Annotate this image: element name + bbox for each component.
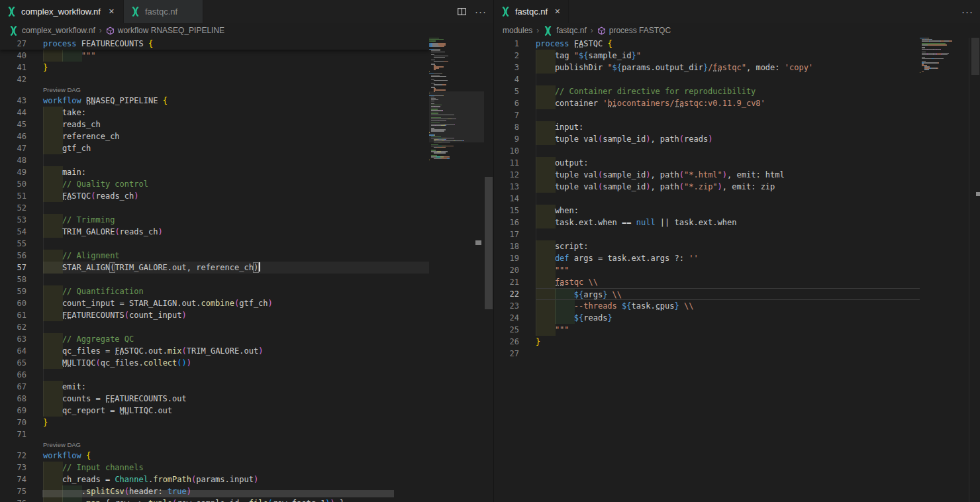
vertical-scrollbar[interactable] <box>969 38 980 502</box>
code-line-content[interactable] <box>43 369 429 381</box>
code-line[interactable]: 20""" <box>494 264 920 276</box>
code-line-content[interactable]: workflow RNASEQ_PIPELINE { <box>43 95 429 107</box>
code-line-content[interactable]: tuple val(sample_id), path(reads) <box>536 133 920 145</box>
code-line[interactable]: 4 <box>494 74 920 85</box>
code-line-content[interactable]: ${args} \\ <box>536 288 920 300</box>
code-line-content[interactable] <box>536 109 920 121</box>
code-line-content[interactable]: output: <box>536 157 920 169</box>
code-line[interactable]: 46reference_ch <box>0 130 429 142</box>
minimap-slider[interactable] <box>429 91 484 142</box>
code-line-content[interactable]: def args = task.ext.args ?: '' <box>536 252 920 264</box>
code-line[interactable]: 25""" <box>494 324 920 336</box>
code-line-content[interactable]: """ <box>536 264 920 276</box>
code-line-content[interactable]: // Input channels <box>43 462 429 474</box>
code-line[interactable]: 54TRIM_GALORE(reads_ch) <box>0 226 429 238</box>
code-line-content[interactable]: // Quality control <box>43 178 429 190</box>
code-line[interactable]: 27process FEATURECOUNTS { <box>0 38 429 50</box>
code-line-content[interactable]: MULTIQC(qc_files.collect()) <box>43 357 429 369</box>
code-line-content[interactable] <box>536 74 920 85</box>
code-line[interactable]: 47gtf_ch <box>0 142 429 154</box>
code-line[interactable]: 51FASTQC(reads_ch) <box>0 190 429 202</box>
code-line-content[interactable]: when: <box>536 205 920 217</box>
code-line-content[interactable]: tuple val(sample_id), path("*.html"), em… <box>536 169 920 181</box>
scrollbar-slider[interactable] <box>971 38 979 75</box>
code-line[interactable]: 10 <box>494 145 920 157</box>
code-line[interactable]: 6container 'biocontainers/fastqc:v0.11.9… <box>494 97 920 109</box>
code-line[interactable]: 1process FASTQC { <box>494 38 920 50</box>
code-line-content[interactable] <box>43 74 429 85</box>
code-line[interactable]: 55 <box>0 238 429 250</box>
code-line[interactable]: 65MULTIQC(qc_files.collect()) <box>0 357 429 369</box>
code-line[interactable]: 59// Quantification <box>0 285 429 297</box>
code-line[interactable]: 63// Aggregate QC <box>0 333 429 345</box>
tab-fastqc-nf[interactable]: fastqc.nf✕ <box>494 0 569 23</box>
code-line[interactable]: 18script: <box>494 240 920 252</box>
code-line[interactable]: 41} <box>0 62 429 74</box>
code-line[interactable]: 26} <box>494 336 920 348</box>
code-line-content[interactable]: fastqc \\ <box>536 276 920 288</box>
code-line[interactable]: 2tag "${sample_id}" <box>494 50 920 62</box>
code-line[interactable]: 19def args = task.ext.args ?: '' <box>494 252 920 264</box>
code-line[interactable]: 24${reads} <box>494 312 920 324</box>
minimap[interactable] <box>429 38 484 502</box>
code-line-content[interactable]: emit: <box>43 381 429 393</box>
code-line[interactable]: 58 <box>0 274 429 285</box>
sticky-scroll-line[interactable]: 27process FEATURECOUNTS { <box>0 38 429 50</box>
code-line-content[interactable]: main: <box>43 166 429 178</box>
code-line[interactable]: 16task.ext.when == null || task.ext.when <box>494 217 920 228</box>
code-line[interactable]: 69qc_report = MULTIQC.out <box>0 405 429 417</box>
code-line[interactable]: 73// Input channels <box>0 462 429 474</box>
code-line[interactable]: 64qc_files = FASTQC.out.mix(TRIM_GALORE.… <box>0 345 429 357</box>
code-line[interactable]: 42 <box>0 74 429 85</box>
code-line-content[interactable] <box>43 321 429 333</box>
code-line[interactable]: 70} <box>0 417 429 428</box>
code-line-content[interactable]: // Aggregate QC <box>43 333 429 345</box>
tab-complex_workflow-nf[interactable]: complex_workflow.nf✕ <box>0 0 124 23</box>
code-line-content[interactable] <box>536 145 920 157</box>
code-line[interactable]: 60count_input = STAR_ALIGN.out.combine(g… <box>0 297 429 309</box>
code-line-content[interactable]: counts = FEATURECOUNTS.out <box>43 393 429 405</box>
code-line-content[interactable]: --threads ${task.cpus} \\ <box>536 300 920 312</box>
code-line-content[interactable]: tuple val(sample_id), path("*.zip"), emi… <box>536 181 920 193</box>
code-line-content[interactable]: } <box>536 336 920 348</box>
code-line[interactable]: 66 <box>0 369 429 381</box>
code-line-content[interactable]: reads_ch <box>43 119 429 130</box>
code-line[interactable]: 48 <box>0 154 429 166</box>
tab-close-icon[interactable]: ✕ <box>552 7 562 17</box>
code-line[interactable]: 74ch_reads = Channel.fromPath(params.inp… <box>0 474 429 485</box>
code-line[interactable]: 5// Container directive for reproducibil… <box>494 85 920 97</box>
code-line[interactable]: 7 <box>494 109 920 121</box>
split-editor[interactable] <box>457 7 467 17</box>
code-line-content[interactable]: """ <box>536 324 920 336</box>
code-line-content[interactable]: } <box>43 417 429 428</box>
code-line-content[interactable]: // Trimming <box>43 214 429 226</box>
code-line-content[interactable]: // Container directive for reproducibili… <box>536 85 920 97</box>
code-line[interactable]: 3publishDir "${params.output_dir}/fastqc… <box>494 62 920 74</box>
code-line-content[interactable] <box>43 428 429 440</box>
more-actions[interactable]: ··· <box>961 7 973 17</box>
code-line-content[interactable]: script: <box>536 240 920 252</box>
code-line-content[interactable] <box>43 154 429 166</box>
scrollbar-slider[interactable] <box>485 177 493 309</box>
code-line[interactable]: 9tuple val(sample_id), path(reads) <box>494 133 920 145</box>
code-line-content[interactable]: ch_reads = Channel.fromPath(params.input… <box>43 474 429 485</box>
code-line[interactable]: 56// Alignment <box>0 250 429 262</box>
code-line[interactable]: 11output: <box>494 157 920 169</box>
code-line-content[interactable]: publishDir "${params.output_dir}/fastqc"… <box>536 62 920 74</box>
code-line-content[interactable]: process FASTQC { <box>536 38 920 50</box>
codelens-preview-dag[interactable]: Preview DAG <box>0 440 429 450</box>
code-line-content[interactable] <box>536 193 920 205</box>
code-line[interactable]: 72workflow { <box>0 450 429 462</box>
code-line-content[interactable]: task.ext.when == null || task.ext.when <box>536 217 920 228</box>
code-line-content[interactable]: tag "${sample_id}" <box>536 50 920 62</box>
code-line-content[interactable]: // Alignment <box>43 250 429 262</box>
code-line[interactable]: 43workflow RNASEQ_PIPELINE { <box>0 95 429 107</box>
code-line[interactable]: 21fastqc \\ <box>494 276 920 288</box>
editor[interactable]: 1process FASTQC {2tag "${sample_id}"3pub… <box>494 38 980 502</box>
code-line[interactable]: 62 <box>0 321 429 333</box>
code-line[interactable]: 53// Trimming <box>0 214 429 226</box>
tab-close-icon[interactable]: ✕ <box>107 7 117 17</box>
breadcrumb-item[interactable]: process FASTQC <box>597 26 671 35</box>
code-line-content[interactable]: FEATURECOUNTS(count_input) <box>43 309 429 321</box>
code-line[interactable]: 76.map { row -> tuple(row.sample_id, fil… <box>0 497 429 502</box>
